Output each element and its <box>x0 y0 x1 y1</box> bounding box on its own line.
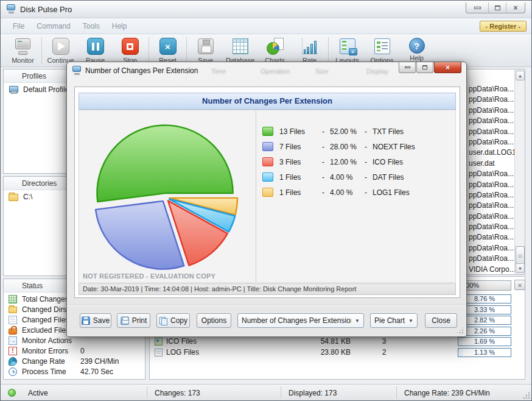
menu-item-help[interactable]: Help <box>106 20 133 33</box>
pie-slice-txt-files <box>97 125 233 202</box>
chart-type-combobox[interactable]: Number of Changes Per Extension <box>237 313 364 328</box>
rate-icon <box>9 357 17 366</box>
toolbar-separator <box>41 37 42 64</box>
pie-chart-area: NOT REGISTERED - EVALUATION COPY <box>79 110 256 282</box>
status-change-rate: Change Rate: 239 CH/Min <box>404 389 490 397</box>
toolbar-options-button[interactable]: Options <box>365 34 399 64</box>
toolbar-charts-button[interactable]: Charts <box>257 34 292 64</box>
layouts-icon <box>338 37 357 56</box>
dialog-minimize-button[interactable] <box>399 62 416 73</box>
dialog-resize-grip[interactable] <box>457 327 463 333</box>
legend-label: LOG1 Files <box>373 188 410 197</box>
minimize-button[interactable] <box>466 2 488 13</box>
menu-item-tools[interactable]: Tools <box>77 20 106 33</box>
file-path: ppData\Roa... <box>469 244 514 252</box>
toolbar-database-button[interactable]: Database <box>223 34 257 64</box>
chevron-down-icon <box>351 318 360 324</box>
register-button[interactable]: - Register - <box>480 21 527 32</box>
options-button[interactable]: Options <box>197 313 231 328</box>
close-icon: × <box>513 4 517 12</box>
legend-color-chip <box>262 142 273 151</box>
legend-label: DAT Files <box>373 173 404 182</box>
stop-icon <box>121 37 140 56</box>
pause-icon <box>86 37 105 56</box>
directory-label: C:\ <box>23 193 32 201</box>
toolbar-pause-button[interactable]: Pause <box>78 34 113 64</box>
file-path: ppData\Roa... <box>469 127 514 136</box>
toolbar-continue-button[interactable]: Continue <box>43 34 78 64</box>
percent-cell: 1.13 % <box>458 348 511 357</box>
dialog-close-button[interactable] <box>434 62 461 73</box>
print-icon <box>121 316 129 325</box>
table-row[interactable]: ICO Files 54.81 KB 3 1.69 % <box>150 336 525 347</box>
dialog-maximize-button[interactable] <box>416 62 433 73</box>
extension-size: 23.80 KB <box>290 348 351 357</box>
chart-style-combobox[interactable]: Pie Chart <box>370 313 418 328</box>
status-row-change-rate: Change Rate239 CH/Min <box>4 356 145 366</box>
chart-panel: Number of Changes Per Extension NOT REGI… <box>74 87 460 298</box>
menu-item-command[interactable]: Command <box>30 20 76 33</box>
legend-color-chip <box>262 188 273 197</box>
file-path: ppData\Roa... <box>469 95 514 104</box>
copy-button[interactable]: Copy <box>156 313 190 328</box>
legend-percent: 4.00 % <box>330 188 365 197</box>
toolbar-help-button[interactable]: Help <box>399 34 434 62</box>
active-status-icon <box>8 389 16 397</box>
file-path: ppData\Roa... <box>469 180 514 189</box>
folder-icon <box>9 307 17 313</box>
file-path: ppData\Roa... <box>469 212 514 221</box>
toolbar-reset-button[interactable]: × Reset <box>150 34 185 64</box>
table-icon <box>9 295 17 303</box>
status-active: Active <box>28 389 48 397</box>
toolbar-layouts-button[interactable]: Layouts <box>330 34 365 64</box>
toolbar-monitor-button[interactable]: Monitor <box>5 34 40 64</box>
table-row[interactable]: LOG Files 23.80 KB 2 1.13 % <box>150 347 525 358</box>
scroll-up-button[interactable] <box>516 71 525 80</box>
status-row-process-time: Process Time42.70 Sec <box>4 366 145 377</box>
save-icon <box>196 37 215 56</box>
toolbar-stop-button[interactable]: Stop <box>113 34 147 64</box>
file-path: ppData\Roa... <box>469 169 514 178</box>
lock-icon <box>9 328 17 335</box>
menu-item-file[interactable]: File <box>7 20 30 33</box>
close-button[interactable]: × <box>506 2 525 13</box>
save-button[interactable]: Save <box>80 313 111 328</box>
close-button[interactable]: Close <box>425 313 457 328</box>
file-path: ppData\Roa... <box>469 201 514 210</box>
dialog-window-controls <box>399 62 461 73</box>
print-button[interactable]: Print <box>117 313 150 328</box>
dialog-icon <box>72 66 82 75</box>
legend-separator: - <box>365 143 373 151</box>
table-scrollbar[interactable] <box>514 69 525 274</box>
pane-close-button[interactable] <box>514 280 525 290</box>
file-path: user.dat <box>469 159 495 168</box>
legend-percent: 52.00 % <box>330 127 365 136</box>
extension-name: ICO Files <box>166 337 197 346</box>
menubar: File Command Tools Help - Register - <box>1 18 531 34</box>
app-titlebar[interactable]: Disk Pulse Pro × <box>1 1 531 18</box>
legend-color-chip <box>262 157 273 166</box>
blurred-column-display: Display <box>366 68 388 75</box>
status-displayed: Displayed: 173 <box>289 389 337 397</box>
statusbar: Active Changes: 173 Displayed: 173 Chang… <box>1 384 531 400</box>
toolbar-separator <box>328 37 329 64</box>
minimize-icon <box>474 7 481 9</box>
legend-file-count: 1 Files <box>279 188 322 197</box>
database-icon <box>231 37 250 56</box>
toolbar-rate-button[interactable]: Rate <box>292 34 327 64</box>
legend-separator: - <box>365 188 373 197</box>
dialog-titlebar[interactable]: Number of Changes Per Extension Time Ope… <box>67 62 466 79</box>
window-resize-grip[interactable] <box>522 391 530 399</box>
watermark: NOT REGISTERED - EVALUATION COPY <box>83 272 215 280</box>
file-path: ppData\Roa... <box>469 222 514 231</box>
file-path: ppData\Roa... <box>469 138 514 146</box>
maximize-button[interactable] <box>488 2 506 13</box>
legend-separator: - <box>322 127 330 136</box>
toolbar-save-button[interactable]: Save <box>188 34 223 64</box>
legend-file-count: 3 Files <box>279 158 322 166</box>
extension-name: LOG Files <box>166 348 199 357</box>
blurred-column-size: Size <box>315 68 328 75</box>
legend-label: ICO Files <box>373 158 403 166</box>
scroll-down-button[interactable] <box>516 263 525 273</box>
file-icon <box>9 316 17 324</box>
